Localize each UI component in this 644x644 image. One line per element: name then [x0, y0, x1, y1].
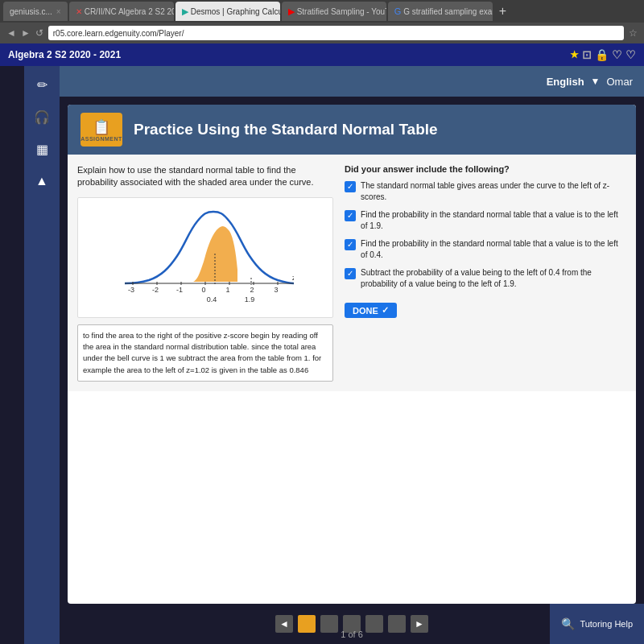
check-text-4: Subtract the probability of a value bein… [361, 267, 626, 290]
edgenuity-header: Algebra 2 S2 2020 - 2021 ★ ⊡ 🔒 ♡ ♡ [0, 43, 644, 66]
bell-curve-area: -3 -2 -1 0 1 2 3 [77, 197, 333, 318]
user-name: Omar [607, 76, 634, 88]
desmos-icon: ▶ [182, 6, 188, 17]
headphones-tool[interactable]: 🎧 [30, 105, 54, 129]
card-body: Explain how to use the standard normal t… [68, 155, 636, 391]
nav-dot-1[interactable] [298, 615, 316, 633]
tab-stratified-g[interactable]: G G stratified sampling examp... × [388, 2, 493, 21]
check-item-4: ✓ Subtract the probability of a value be… [345, 267, 626, 290]
checkbox-4[interactable]: ✓ [345, 268, 356, 279]
cr-icon: ✕ [76, 7, 82, 16]
browser-chrome: geniusis.c... × ✕ CR/II/NC Algebra 2 S2 … [0, 0, 644, 43]
shield-icon: 🔒 [595, 48, 609, 61]
assignment-icon: 📋 [93, 118, 110, 136]
tutoring-help-button[interactable]: 🔍 Tutoring Help [550, 604, 644, 644]
svg-text:0: 0 [202, 286, 206, 294]
answer-heading: Did your answer include the following? [345, 164, 626, 174]
left-panel: Explain how to use the standard normal t… [77, 164, 333, 382]
done-button[interactable]: DONE ✓ [345, 303, 397, 318]
heart2-icon: ♡ [625, 48, 636, 61]
pencil-tool[interactable]: ✏ [30, 72, 54, 97]
edgenuity-title: Algebra 2 S2 2020 - 2021 [8, 49, 121, 60]
right-panel: Did your answer include the following? ✓… [345, 164, 626, 382]
check-text-3: Find the probability in the standard nor… [361, 238, 626, 261]
nav-dot-5[interactable] [388, 615, 406, 633]
address-bar: ◄ ► ↺ ☆ [0, 23, 644, 43]
language-dropdown[interactable]: ▼ [591, 76, 601, 87]
english-label[interactable]: English [547, 76, 584, 88]
text-answer-content: to find the area to the right of the pos… [83, 330, 328, 376]
prev-nav-button[interactable]: ◄ [275, 615, 293, 633]
tutoring-label: Tutoring Help [580, 619, 633, 629]
main-content: English ▼ Omar 📋 ASSIGNMENT Practice Usi… [60, 66, 644, 644]
done-label: DONE [353, 306, 378, 316]
checkbox-2[interactable]: ✓ [345, 210, 356, 221]
nav-dot-4[interactable] [365, 615, 383, 633]
nav-dot-2[interactable] [320, 615, 338, 633]
svg-text:-2: -2 [152, 286, 159, 294]
tab-bar: geniusis.c... × ✕ CR/II/NC Algebra 2 S2 … [0, 0, 644, 23]
svg-text:-1: -1 [176, 286, 183, 294]
user-bar: English ▼ Omar [60, 66, 644, 97]
check-text-1: The standard normal table gives areas un… [361, 180, 626, 203]
tab-cr-algebra[interactable]: ✕ CR/II/NC Algebra 2 S2 202... × [69, 2, 174, 21]
close-icon[interactable]: × [56, 7, 61, 16]
calculator-tool[interactable]: ▦ [30, 137, 54, 161]
bookmark-icon[interactable]: ☆ [629, 27, 638, 39]
heart-icon: ♡ [612, 48, 622, 61]
check-item-3: ✓ Find the probability in the standard n… [345, 238, 626, 261]
tab-desmos[interactable]: ▶ Desmos | Graphing Calcul... × [175, 2, 280, 21]
new-tab-button[interactable]: + [494, 4, 511, 19]
header-icons: ★ ⊡ 🔒 ♡ ♡ [570, 48, 636, 61]
card-title: Practice Using the Standard Normal Table [134, 121, 438, 138]
address-input[interactable] [48, 26, 624, 40]
content-card: 📋 ASSIGNMENT Practice Using the Standard… [68, 105, 636, 604]
svg-text:z: z [292, 274, 294, 282]
svg-text:-3: -3 [128, 286, 134, 294]
bell-curve-svg: -3 -2 -1 0 1 2 3 [117, 205, 294, 310]
page-indicator: 1 of 6 [341, 630, 363, 639]
youtube-icon: ▶ [288, 6, 295, 17]
svg-text:0.4: 0.4 [207, 295, 217, 303]
checkbox-3[interactable]: ✓ [345, 239, 356, 250]
arrow-up-tool[interactable]: ▲ [30, 169, 54, 193]
tab-geniusis[interactable]: geniusis.c... × [3, 2, 68, 21]
checkbox-1[interactable]: ✓ [345, 181, 356, 192]
google-icon: G [394, 6, 402, 16]
question-text: Explain how to use the standard normal t… [77, 164, 333, 189]
card-header: 📋 ASSIGNMENT Practice Using the Standard… [68, 105, 636, 155]
svg-text:1: 1 [226, 286, 230, 294]
svg-text:3: 3 [275, 286, 279, 294]
text-answer-box[interactable]: to find the area to the right of the pos… [77, 324, 333, 382]
svg-text:2: 2 [250, 286, 254, 294]
star-icon: ★ [570, 49, 579, 60]
tab-stratified-yt[interactable]: ▶ Stratified Sampling - YouT... × [282, 2, 386, 21]
refresh-icon[interactable]: ↺ [35, 27, 43, 39]
bottom-nav: ◄ ► 1 of 6 🔍 Tutoring Help [60, 604, 644, 644]
settings-icon[interactable]: ⊡ [582, 48, 592, 61]
assignment-badge: 📋 ASSIGNMENT [80, 113, 122, 147]
done-check-icon: ✓ [382, 305, 389, 316]
svg-text:1.9: 1.9 [245, 295, 255, 303]
check-text-2: Find the probability in the standard nor… [361, 209, 626, 232]
toolbar: ✏ 🎧 ▦ ▲ [24, 66, 60, 644]
tutoring-icon: 🔍 [561, 617, 575, 630]
back-icon[interactable]: ◄ [6, 27, 16, 39]
check-item-2: ✓ Find the probability in the standard n… [345, 209, 626, 232]
next-nav-button[interactable]: ► [411, 615, 428, 633]
forward-icon[interactable]: ► [21, 27, 31, 39]
check-item-1: ✓ The standard normal table gives areas … [345, 180, 626, 203]
